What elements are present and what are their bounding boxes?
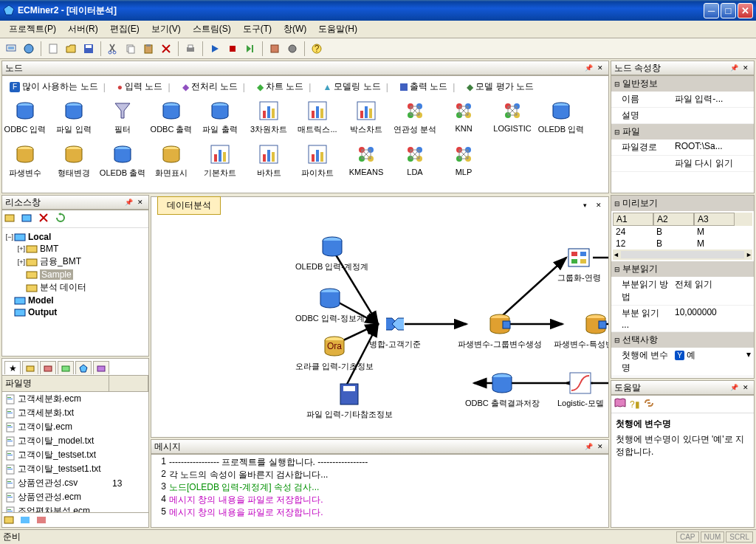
flow-node[interactable]: 파생변수-특성변수생성 <box>554 311 608 350</box>
file-btn-2[interactable] <box>20 514 35 529</box>
palette-tab[interactable]: F많이 사용하는 노드 | <box>5 79 110 94</box>
file-row[interactable]: 고객이탈.ecm <box>2 420 148 434</box>
palette-tab[interactable]: ◆모델 평가 노드 <box>462 79 538 94</box>
flow-node[interactable]: 파일 입력-기타참조정보 <box>306 381 393 420</box>
close-panel-icon[interactable]: ✕ <box>595 441 605 452</box>
tree-item[interactable]: 분석 데이터 <box>5 280 145 295</box>
pin-icon[interactable]: 📌 <box>583 441 594 452</box>
flow-node[interactable]: ODBC 출력결과저장 <box>465 370 540 409</box>
paste-icon[interactable] <box>140 41 157 57</box>
maximize-button[interactable]: □ <box>721 3 736 18</box>
palette-node[interactable]: LDA <box>395 142 435 179</box>
file-tab-2[interactable] <box>22 361 38 374</box>
canvas-menu-icon[interactable]: ▾ <box>580 200 590 210</box>
open-icon[interactable] <box>63 41 79 57</box>
tree-item[interactable]: Output <box>5 306 145 318</box>
close-panel-icon[interactable]: ✕ <box>595 63 605 73</box>
file-row[interactable]: 고객이탈_testset.txt <box>2 448 148 462</box>
file-row[interactable]: 고객세분화.txt <box>2 406 148 420</box>
palette-node[interactable]: 매트릭스... <box>298 99 337 135</box>
menu-item[interactable]: 도구(T) <box>237 21 278 38</box>
file-row[interactable]: 고객이탈_model.txt <box>2 434 148 448</box>
file-row[interactable]: 고객세분화.ecm <box>2 392 148 406</box>
close-panel-icon[interactable]: ✕ <box>135 197 145 207</box>
palette-tab[interactable]: 출력 노드 | <box>396 79 459 94</box>
menu-item[interactable]: 보기(V) <box>145 21 187 38</box>
file-tab-3[interactable] <box>40 361 56 374</box>
palette-node[interactable]: 3차원차트 <box>249 99 289 135</box>
palette-node[interactable]: 파일 입력 <box>54 99 94 135</box>
palette-node[interactable]: KNN <box>444 99 484 135</box>
palette-tab[interactable]: ◆전처리 노드 | <box>178 79 250 94</box>
palette-tab[interactable]: ●입력 노드 | <box>113 79 175 94</box>
tool2-icon[interactable] <box>284 41 300 57</box>
file-row[interactable]: 고객이탈_testset1.txt <box>2 462 148 476</box>
copy-icon[interactable] <box>123 41 139 57</box>
close-button[interactable]: ✕ <box>738 3 753 18</box>
palette-tab[interactable]: ▲모델링 노드 | <box>318 79 392 94</box>
palette-node[interactable]: 화면표시 <box>151 142 191 179</box>
pin-icon[interactable]: 📌 <box>729 63 739 73</box>
new-icon[interactable] <box>45 41 61 57</box>
palette-node[interactable]: OLEDB 출력 <box>103 142 142 179</box>
tree-item[interactable]: [−]Local <box>5 231 145 243</box>
palette-node[interactable]: ODBC 출력 <box>151 99 191 135</box>
pin-icon[interactable]: 📌 <box>729 382 739 393</box>
flow-node[interactable]: 그룹화-연령 <box>557 244 601 283</box>
palette-node[interactable]: LOGISTIC <box>492 99 532 135</box>
help-link-icon[interactable] <box>643 398 655 410</box>
palette-node[interactable]: 바차트 <box>249 142 289 179</box>
file-column-size[interactable] <box>109 376 148 391</box>
canvas-close-icon[interactable]: ✕ <box>594 200 604 210</box>
close-panel-icon[interactable]: ✕ <box>740 382 751 393</box>
tree-item[interactable]: Model <box>5 295 145 306</box>
step-icon[interactable] <box>242 41 258 57</box>
play-icon[interactable] <box>207 41 223 57</box>
globe-icon[interactable] <box>21 41 37 57</box>
tool1-icon[interactable] <box>267 41 283 57</box>
help-q-icon[interactable]: ?▮ <box>630 399 640 410</box>
tree-item[interactable]: Sample <box>5 269 145 280</box>
file-btn-1[interactable] <box>4 514 18 529</box>
minimize-button[interactable]: ─ <box>704 3 719 18</box>
monitor-icon[interactable] <box>3 41 19 57</box>
palette-node[interactable]: 필터 <box>103 99 142 135</box>
file-tab-5[interactable] <box>75 361 92 374</box>
canvas-area[interactable]: 데이터분석 ▾ ✕ OLEDB 입력-계정계ODBC 입력-정보계Ora오라클 … <box>151 196 609 438</box>
file-btn-3[interactable] <box>36 514 51 529</box>
file-tab-6[interactable] <box>93 361 109 374</box>
palette-node[interactable]: 파일 출력 <box>200 99 240 135</box>
flow-node[interactable]: 파생변수-그룹변수생성 <box>458 311 542 350</box>
flow-node[interactable]: ODBC 입력-정보계 <box>295 285 365 324</box>
palette-node[interactable]: 연관성 분석 <box>395 99 435 135</box>
file-row[interactable]: 상품연관성.ecm <box>2 490 148 504</box>
palette-node[interactable]: 파이차트 <box>298 142 337 179</box>
menu-item[interactable]: 프로젝트(P) <box>3 21 62 38</box>
palette-node[interactable]: KMEANS <box>346 142 386 179</box>
save-icon[interactable] <box>80 41 97 57</box>
palette-node[interactable]: 형태변경 <box>54 142 94 179</box>
palette-node[interactable]: 박스차트 <box>346 99 386 135</box>
file-column-name[interactable]: 파일명 <box>2 376 109 391</box>
flow-node[interactable]: 병합-고객기준 <box>369 311 421 350</box>
menu-item[interactable]: 도움말(H) <box>312 21 363 38</box>
res-btn-2[interactable] <box>21 212 35 227</box>
menu-item[interactable]: 스트림(S) <box>187 21 237 38</box>
tree-item[interactable]: [+]금융_BMT <box>5 255 145 269</box>
menu-item[interactable]: 창(W) <box>278 21 312 38</box>
res-btn-1[interactable] <box>4 212 18 227</box>
file-tab-4[interactable] <box>58 361 74 374</box>
close-panel-icon[interactable]: ✕ <box>740 63 751 73</box>
help-book-icon[interactable] <box>614 397 627 411</box>
palette-node[interactable]: MLP <box>444 142 484 179</box>
flow-node[interactable]: Ora오라클 입력-기초정보 <box>295 333 374 372</box>
res-btn-4[interactable] <box>55 212 69 227</box>
cut-icon[interactable] <box>105 41 121 57</box>
flow-node[interactable]: OLEDB 입력-계정계 <box>295 233 368 272</box>
tree-item[interactable]: [+]BMT <box>5 243 145 255</box>
pin-icon[interactable]: 📌 <box>123 197 134 207</box>
palette-tab[interactable]: ◆차트 노드 | <box>252 79 315 94</box>
delete-icon[interactable] <box>158 41 174 57</box>
menu-item[interactable]: 편집(E) <box>104 21 145 38</box>
stop-icon[interactable] <box>224 41 241 57</box>
